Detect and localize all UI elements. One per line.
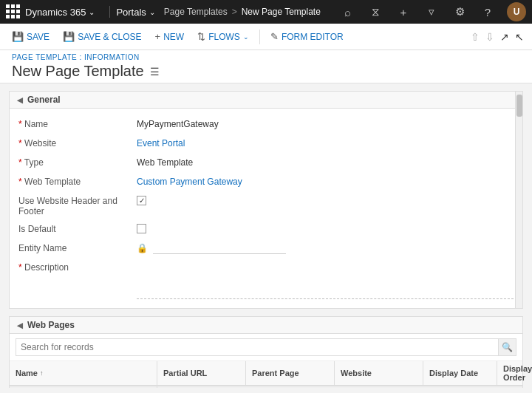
filter-nav-icon[interactable]: ▿	[423, 3, 440, 21]
save-close-icon: 💾	[63, 31, 75, 42]
general-section-body: Name MyPaymentGateway Website Event Port…	[10, 109, 522, 308]
form-editor-icon: ✎	[270, 31, 279, 42]
save-label: SAVE	[27, 32, 50, 42]
form-editor-label: FORM EDITOR	[282, 32, 344, 42]
flows-chevron-icon: ⌄	[243, 33, 249, 41]
help-icon[interactable]: ?	[479, 3, 497, 21]
pop-out-icon[interactable]: ↗	[498, 31, 511, 43]
is-default-checkbox[interactable]	[137, 222, 514, 233]
search-button[interactable]: 🔍	[499, 338, 516, 356]
is-default-checkbox-area	[137, 224, 514, 233]
history-icon[interactable]: ⧖	[366, 3, 384, 21]
nav-icons-right: ⌕ ⧖ + ▿ ⚙ ? U	[338, 2, 526, 21]
new-button[interactable]: + NEW	[149, 28, 191, 45]
breadcrumb-separator: >	[232, 7, 237, 17]
form-editor-button[interactable]: ✎ FORM EDITOR	[265, 28, 349, 45]
general-section-header: ◀ General	[10, 92, 522, 109]
web-pages-section-title: Web Pages	[27, 320, 75, 330]
web-template-field-value[interactable]: Custom Payment Gateway	[137, 175, 514, 187]
scrollbar-thumb	[516, 95, 522, 117]
form-header-label: PAGE TEMPLATE : INFORMATION	[12, 53, 520, 61]
type-field-value: Web Template	[137, 156, 514, 168]
portals-nav[interactable]: Portals	[116, 7, 146, 18]
grid-header: Name ↑ Partial URL Parent Page Website D…	[10, 361, 522, 386]
field-row-web-template: Web Template Custom Payment Gateway	[10, 172, 522, 191]
toolbar-divider	[259, 30, 260, 44]
col-partial-url-label: Partial URL	[163, 369, 207, 377]
page-title: New Page Template	[12, 63, 144, 80]
grid-col-display-date[interactable]: Display Date	[423, 361, 497, 385]
breadcrumb-current: New Page Template	[242, 7, 321, 17]
name-field-value[interactable]: MyPaymentGateway	[137, 117, 514, 129]
prev-record-icon[interactable]: ⇧	[468, 31, 482, 43]
web-pages-section-header: ◀ Web Pages	[10, 317, 522, 334]
website-field-value[interactable]: Event Portal	[137, 137, 514, 148]
description-field-value[interactable]	[137, 261, 514, 299]
breadcrumb: Page Templates > New Page Template	[164, 7, 338, 17]
sort-icon: ↑	[40, 369, 44, 377]
toolbar: 💾 SAVE 💾 SAVE & CLOSE + NEW ⇅ FLOWS ⌄ ✎ …	[0, 24, 532, 50]
web-pages-section-arrow[interactable]: ◀	[17, 321, 23, 329]
close-panel-icon[interactable]: ↖	[513, 31, 526, 43]
lock-icon: 🔒	[137, 243, 148, 253]
web-template-field-label: Web Template	[18, 175, 137, 187]
flows-label: FLOWS	[208, 32, 240, 42]
search-nav-icon[interactable]: ⌕	[338, 3, 356, 21]
status-label: Status	[10, 386, 157, 388]
nav-separator	[109, 6, 110, 18]
app-chevron-icon[interactable]: ⌄	[89, 8, 95, 16]
search-bar-area: 🔍	[10, 334, 522, 361]
form-title-menu-icon[interactable]: ☰	[150, 66, 160, 78]
field-row-is-default: Is Default	[10, 219, 522, 239]
field-row-header-footer: Use Website Header and Footer	[10, 191, 522, 219]
portals-chevron-icon[interactable]: ⌄	[149, 8, 155, 16]
grid-col-name[interactable]: Name ↑	[10, 361, 157, 385]
description-field-label: Description	[18, 261, 137, 273]
col-display-order-label: Display Order	[503, 364, 532, 382]
general-section-arrow[interactable]: ◀	[17, 96, 23, 104]
grid-col-parent-page[interactable]: Parent Page	[246, 361, 335, 385]
avatar-initials: U	[514, 7, 520, 17]
search-records-input[interactable]	[16, 338, 499, 356]
save-close-button[interactable]: 💾 SAVE & CLOSE	[57, 28, 147, 45]
main-content: ◀ General Name MyPaymentGateway Website …	[0, 83, 532, 388]
new-icon: +	[155, 31, 161, 42]
form-label-prefix: PAGE TEMPLATE	[12, 53, 77, 61]
flows-button[interactable]: ⇅ FLOWS ⌄	[191, 28, 255, 45]
col-website-label: Website	[341, 369, 372, 377]
status-row: Status Active	[10, 386, 522, 388]
is-default-checkbox-box[interactable]	[137, 224, 146, 233]
settings-icon[interactable]: ⚙	[451, 3, 468, 21]
grid-col-display-order[interactable]: Display Order	[497, 361, 532, 385]
form-label-colon: :	[79, 53, 81, 61]
type-field-label: Type	[18, 156, 137, 168]
user-avatar[interactable]: U	[507, 2, 526, 21]
entity-name-field-value: 🔒	[137, 242, 514, 254]
add-nav-icon[interactable]: +	[395, 3, 412, 21]
form-header: PAGE TEMPLATE : INFORMATION New Page Tem…	[0, 50, 532, 83]
field-row-website: Website Event Portal	[10, 134, 522, 153]
header-footer-checkbox-area	[137, 196, 514, 205]
breadcrumb-page-templates[interactable]: Page Templates	[164, 7, 228, 17]
app-launcher-icon[interactable]	[6, 4, 21, 19]
status-value: Active	[157, 386, 522, 388]
col-parent-page-label: Parent Page	[252, 369, 299, 377]
name-field-label: Name	[18, 117, 137, 129]
description-textarea[interactable]	[137, 262, 514, 299]
general-section: ◀ General Name MyPaymentGateway Website …	[9, 91, 523, 309]
top-navigation: Dynamics 365 ⌄ Portals ⌄ Page Templates …	[0, 0, 532, 24]
flows-icon: ⇅	[197, 31, 205, 42]
save-button[interactable]: 💾 SAVE	[6, 28, 55, 45]
entity-name-input[interactable]	[153, 243, 286, 254]
grid-col-partial-url[interactable]: Partial URL	[157, 361, 246, 385]
website-field-label: Website	[18, 137, 137, 148]
next-record-icon[interactable]: ⇩	[483, 31, 497, 43]
form-label-info: INFORMATION	[84, 53, 140, 61]
header-footer-checkbox-box[interactable]	[137, 196, 146, 205]
field-row-name: Name MyPaymentGateway	[10, 115, 522, 134]
is-default-field-label: Is Default	[18, 222, 137, 234]
new-label: NEW	[163, 32, 184, 42]
header-footer-checkbox[interactable]	[137, 194, 514, 205]
col-name-label: Name	[16, 369, 38, 377]
grid-col-website[interactable]: Website	[335, 361, 423, 385]
